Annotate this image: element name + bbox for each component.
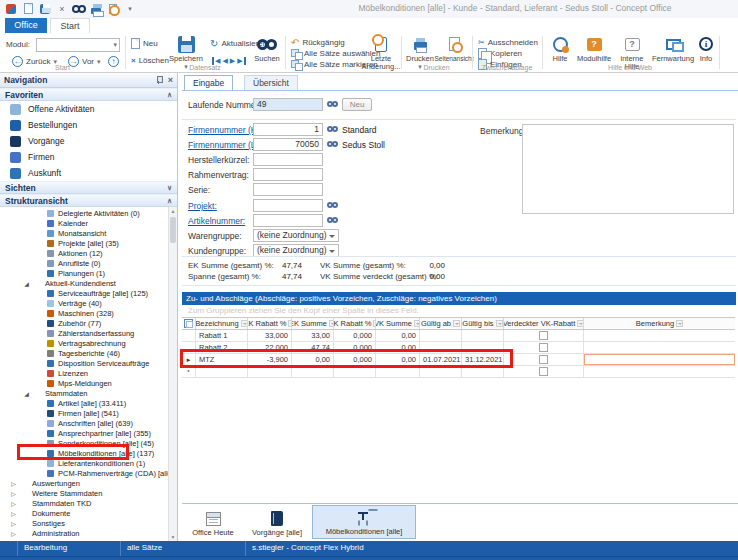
lookup-binoculars-icon[interactable] <box>327 126 338 132</box>
info-button[interactable]: i Info <box>694 35 718 63</box>
scrollbar-thumb[interactable] <box>170 217 176 243</box>
expand-icon[interactable]: ▷ <box>10 500 17 507</box>
cell-gueltig-ab[interactable] <box>420 366 462 377</box>
expand-icon[interactable]: ▷ <box>10 480 17 487</box>
laufende-nummer-field[interactable]: 49 <box>253 98 323 111</box>
rahmenvertrag-field[interactable] <box>253 168 323 181</box>
tree-item[interactable]: Tagesberichte (46) <box>0 348 167 358</box>
grid-row[interactable]: Rabatt 2 22,000 47,74 0,000 0,00 <box>182 342 735 354</box>
cell-vk-summe[interactable]: 0,00 <box>376 354 420 365</box>
doctab-office-heute[interactable]: Office Heute <box>184 505 242 539</box>
tree-item[interactable]: Planungen (1) <box>0 268 167 278</box>
tree-item[interactable]: Verträge (40) <box>0 298 167 308</box>
filter-icon[interactable] <box>676 320 683 327</box>
select-all-header[interactable] <box>182 318 196 329</box>
cell-ek-rabatt[interactable]: 22,000 <box>248 342 292 353</box>
tab-office[interactable]: Office <box>5 18 47 33</box>
cell-bezeichnung[interactable]: Rabatt 1 <box>196 330 248 341</box>
cell-vk-rabatt[interactable]: 0,000 <box>334 354 376 365</box>
cell-bezeichnung[interactable]: Rabatt 2 <box>196 342 248 353</box>
lookup-binoculars-icon[interactable] <box>327 141 338 147</box>
herstellerkuerzel-field[interactable] <box>253 153 323 166</box>
grid-column-header[interactable]: EK Rabatt % <box>248 318 292 329</box>
tab-uebersicht[interactable]: Übersicht <box>244 75 298 90</box>
expand-icon[interactable]: ▷ <box>10 510 17 517</box>
doctab-vorgaenge[interactable]: Vorgänge [alle] <box>244 505 310 539</box>
tree-scrollbar[interactable]: ▲ ▼ <box>168 207 177 541</box>
scroll-down-icon[interactable]: ▼ <box>169 534 177 540</box>
artikelnummer-link[interactable]: Artikelnummer: <box>188 216 245 226</box>
pin-icon[interactable] <box>155 76 163 84</box>
cell-bemerkung[interactable] <box>584 366 735 377</box>
grid-column-header[interactable]: Bemerkung <box>584 318 735 329</box>
letzte-aenderung-button[interactable]: Letzte Änderung... <box>362 35 400 71</box>
cell-gueltig-ab[interactable] <box>420 330 462 341</box>
doctab-moebelkonditionen[interactable]: Möbelkonditionen [alle] <box>312 505 416 539</box>
print-icon[interactable] <box>90 3 102 15</box>
lookup-binoculars-icon[interactable] <box>327 101 338 107</box>
filter-icon[interactable] <box>453 320 460 327</box>
expand-icon[interactable]: ◢ <box>23 390 30 397</box>
tree-item[interactable]: Mps-Meldungen <box>0 378 167 388</box>
fernwartung-button[interactable]: Fernwartung <box>652 35 694 63</box>
save-icon[interactable] <box>39 3 51 15</box>
cell-ek-summe[interactable]: 33,00 <box>292 330 334 341</box>
cell-vk-rabatt[interactable]: 0,000 <box>334 330 376 341</box>
tree-item[interactable]: Aktionen (12) <box>0 248 167 258</box>
kopieren-button[interactable]: Kopieren <box>478 48 522 59</box>
projekt-link[interactable]: Projekt: <box>188 201 217 211</box>
grid-column-header[interactable]: EK Summe <box>292 318 334 329</box>
tree-item[interactable]: Zubehör (77) <box>0 318 167 328</box>
grid-column-header[interactable]: Verdeckter VK-Rabatt <box>504 318 584 329</box>
tree-item[interactable]: ◢ Aktuell-Kundendienst <box>0 278 167 288</box>
tree-item[interactable]: Lieferantenkonditionen (1) <box>0 458 167 468</box>
tree-item[interactable]: Ansprechpartner [alle] (355) <box>0 428 167 438</box>
grid-column-header[interactable]: VK Rabatt % <box>334 318 376 329</box>
ausschneiden-button[interactable]: ✂Ausschneiden <box>478 37 538 48</box>
favorite-item[interactable]: Auskunft <box>0 165 177 181</box>
filter-icon[interactable] <box>241 320 248 327</box>
expand-icon[interactable]: ▷ <box>10 490 17 497</box>
tab-start[interactable]: Start <box>50 18 90 33</box>
favorite-item[interactable]: Vorgänge <box>0 133 177 149</box>
favorite-item[interactable]: Bestellungen <box>0 117 177 133</box>
projekt-field[interactable] <box>253 199 323 212</box>
tree-item[interactable]: Zählerstandserfassung <box>0 328 167 338</box>
scroll-up-icon[interactable]: ▲ <box>169 208 177 214</box>
tree-item[interactable]: PCM-Rahmenverträge (CDA) [alle] (0) <box>0 468 167 478</box>
cell-bemerkung[interactable] <box>584 330 735 341</box>
cell-gueltig-ab[interactable] <box>420 342 462 353</box>
grid-row[interactable]: ► MTZ -3,900 0,00 0,000 0,00 01.07.2021 … <box>182 354 735 366</box>
grid-column-header[interactable]: Bezeichnung <box>196 318 248 329</box>
tree-item[interactable]: Kalender <box>0 218 167 228</box>
artikelnummer-field[interactable] <box>253 214 323 227</box>
grid-column-header[interactable]: VK Summe <box>376 318 420 329</box>
checkbox[interactable] <box>539 367 548 376</box>
tree-item[interactable]: ◢ Stammdaten <box>0 388 167 398</box>
tree-item[interactable]: Monatsansicht <box>0 228 167 238</box>
tab-eingabe[interactable]: Eingabe <box>184 75 233 90</box>
checkbox[interactable] <box>539 343 548 352</box>
grid-column-header[interactable]: Gültig bis <box>462 318 504 329</box>
tree-item[interactable]: ▷ Administration <box>0 528 167 538</box>
cell-ek-summe[interactable]: 47,74 <box>292 342 334 353</box>
cell-bemerkung[interactable] <box>584 354 735 365</box>
expand-icon[interactable]: ▷ <box>10 530 17 537</box>
tree-item[interactable]: Projekte [alle] (35) <box>0 238 167 248</box>
cell-verdeckt[interactable] <box>504 342 584 353</box>
tree-item[interactable]: ▷ Dokumente <box>0 508 167 518</box>
cell-ek-summe[interactable]: 0,00 <box>292 354 334 365</box>
cell-bezeichnung[interactable] <box>196 366 248 377</box>
serie-field[interactable] <box>253 183 323 196</box>
tree-item[interactable]: Serviceaufträge [alle] (125) <box>0 288 167 298</box>
modulhilfe-button[interactable]: ? Modulhilfe <box>576 35 612 63</box>
section-sichten[interactable]: Sichten ∨ <box>0 181 177 194</box>
checkbox[interactable] <box>539 355 548 364</box>
rueckgaengig-button[interactable]: ↶Rückgängig <box>291 37 345 48</box>
seitenansicht-button[interactable]: Seitenansicht <box>436 35 472 63</box>
cell-gueltig-bis[interactable] <box>462 342 504 353</box>
tree-item[interactable]: Maschinen (328) <box>0 308 167 318</box>
tree-item[interactable]: Firmen [alle] (541) <box>0 408 167 418</box>
bemerkung-textarea[interactable] <box>522 124 734 214</box>
app-icon[interactable] <box>5 3 17 15</box>
